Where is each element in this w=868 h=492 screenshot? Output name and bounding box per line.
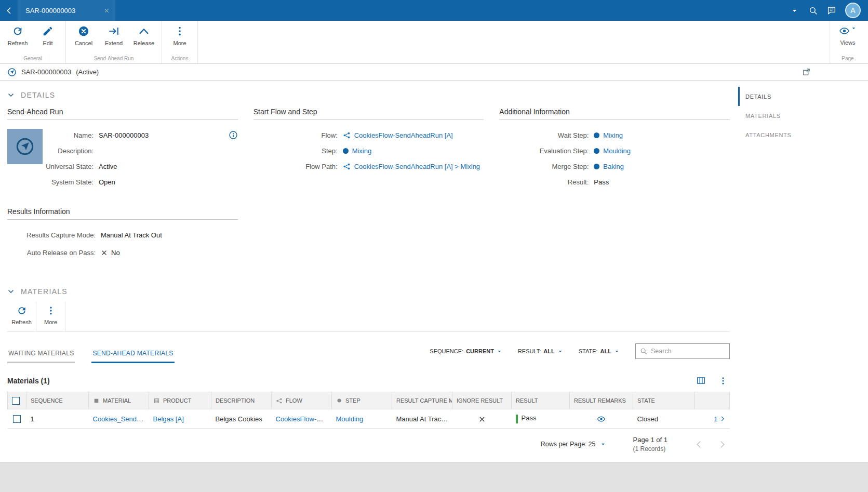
more-button[interactable]: More: [165, 23, 195, 54]
rows-per-page-selector[interactable]: Rows per Page: 25: [541, 441, 606, 448]
col-product[interactable]: PRODUCT: [149, 392, 211, 409]
caret-down-icon: [791, 7, 798, 15]
materials-count-title: Materials (1): [7, 377, 50, 385]
table-row[interactable]: 1 Cookies_SendAhea Belgas [A] Belgas Coo…: [8, 409, 730, 429]
sidebar-item-attachments[interactable]: ATTACHMENTS: [738, 125, 868, 144]
col-result[interactable]: RESULT: [512, 392, 570, 409]
materials-more-button[interactable]: More: [36, 302, 65, 331]
product-link[interactable]: Belgas [A]: [153, 415, 184, 423]
materials-section-header[interactable]: MATERIALS: [7, 287, 730, 296]
step-link[interactable]: Moulding: [336, 415, 364, 423]
auto-release-value: No: [111, 249, 120, 257]
materials-refresh-button[interactable]: Refresh: [7, 302, 36, 331]
view-remarks-button[interactable]: [597, 415, 606, 423]
cancel-button[interactable]: Cancel: [69, 23, 99, 54]
pagination: Rows per Page: 25 Page 1 of 1 (1 Records…: [7, 436, 730, 453]
back-button[interactable]: [0, 0, 18, 21]
topbar-dropdown-button[interactable]: [785, 0, 804, 21]
col-material[interactable]: MATERIAL: [89, 392, 149, 409]
ribbon-group-send-ahead-run: Cancel Extend Release Send-Ahead Run: [66, 21, 162, 63]
evaluation-step-link[interactable]: Moulding: [603, 147, 631, 155]
flow-link[interactable]: CookiesFlow-SendAheadRun [A]: [354, 131, 453, 139]
sidebar-item-materials[interactable]: MATERIALS: [738, 106, 868, 125]
tab-waiting-materials[interactable]: WAITING MATERIALS: [7, 350, 75, 363]
col-sequence[interactable]: SEQUENCE: [26, 392, 89, 409]
refresh-icon: [17, 305, 27, 316]
avatar[interactable]: A: [845, 3, 861, 18]
previous-page-button[interactable]: [695, 440, 703, 449]
result-filter[interactable]: RESULT: ALL: [518, 348, 563, 354]
results-information-group: Results Information Results Capture Mode…: [7, 207, 238, 260]
table-header-row: SEQUENCE MATERIAL PRODUCT DESCRIPTION FL…: [8, 392, 730, 409]
row-expand-link[interactable]: 1: [699, 415, 726, 423]
field-name: Name: SAR-000000003: [43, 127, 238, 143]
universal-state-value: Active: [99, 163, 238, 170]
field-evaluation-step: Evaluation Step: Moulding: [499, 143, 730, 158]
caret-down-icon: [497, 349, 502, 354]
wait-step-link[interactable]: Mixing: [603, 131, 623, 139]
compass-icon: [15, 137, 35, 156]
group-title: Send-Ahead Run: [7, 108, 238, 120]
field-step: Step: Mixing: [253, 143, 484, 158]
flow-icon: [343, 163, 351, 170]
manage-columns-button[interactable]: [696, 376, 706, 385]
pass-indicator-bar: [516, 415, 518, 423]
col-result-remarks[interactable]: RESULT REMARKS: [570, 392, 633, 409]
chevron-left-icon: [695, 440, 703, 449]
ribbon-group-actions: More Actions: [162, 21, 198, 63]
details-grid: Send-Ahead Run Name: SAR-000000003: [7, 108, 730, 190]
additional-information-group: Additional Information Wait Step: Mixing…: [499, 108, 730, 190]
tab-close-icon[interactable]: [104, 8, 110, 14]
sidebar-item-details[interactable]: DETAILS: [738, 87, 868, 106]
cell-state: Closed: [633, 409, 695, 429]
state-filter[interactable]: STATE: ALL: [579, 348, 620, 354]
details-section-header[interactable]: DETAILS: [7, 91, 730, 99]
chevron-right-icon: [718, 440, 727, 449]
chat-icon: [827, 6, 836, 15]
ribbon-toolbar: Refresh Edit General Cancel Extend: [0, 21, 868, 64]
open-in-new-icon: [802, 68, 811, 76]
section-nav: DETAILS MATERIALS ATTACHMENTS: [738, 81, 868, 462]
step-link[interactable]: Mixing: [352, 147, 372, 155]
grid-more-button[interactable]: [718, 376, 728, 385]
kebab-icon: [174, 25, 185, 37]
info-icon[interactable]: [229, 130, 238, 140]
col-result-capture-mode[interactable]: RESULT CAPTURE MODE: [392, 392, 452, 409]
send-ahead-run-group: Send-Ahead Run Name: SAR-000000003: [7, 108, 238, 190]
materials-toolbar: Refresh More: [7, 302, 730, 332]
extend-button[interactable]: Extend: [99, 23, 129, 54]
caret-down-icon: [614, 349, 620, 354]
refresh-button[interactable]: Refresh: [3, 23, 33, 54]
col-flow[interactable]: FLOW: [272, 392, 332, 409]
flow-link[interactable]: CookiesFlow-SendA: [276, 415, 332, 423]
topbar-messages-button[interactable]: [822, 0, 841, 21]
edit-button[interactable]: Edit: [33, 23, 63, 54]
name-value: SAR-000000003: [99, 131, 149, 139]
materials-filters: SEQUENCE: CURRENT RESULT: ALL STATE: ALL: [430, 343, 730, 363]
search-input[interactable]: [651, 348, 725, 355]
materials-search-box: [635, 343, 730, 359]
avatar-initial: A: [850, 6, 855, 15]
col-step[interactable]: STEP: [332, 392, 392, 409]
window-tab[interactable]: SAR-000000003: [18, 0, 115, 21]
chevron-right-icon: [719, 416, 726, 422]
col-description[interactable]: DESCRIPTION: [211, 392, 272, 409]
send-ahead-run-icon: [7, 68, 17, 77]
expand-view-button[interactable]: [802, 68, 811, 76]
select-all-checkbox[interactable]: [12, 397, 20, 405]
next-page-button[interactable]: [718, 440, 727, 449]
col-state[interactable]: STATE: [633, 392, 695, 409]
merge-step-link[interactable]: Baking: [603, 163, 624, 170]
release-button[interactable]: Release: [129, 23, 159, 54]
kebab-icon: [718, 376, 728, 385]
materials-tabs-row: WAITING MATERIALS SEND-AHEAD MATERIALS S…: [7, 343, 730, 363]
col-ignore-result[interactable]: IGNORE RESULT: [452, 392, 512, 409]
sequence-filter[interactable]: SEQUENCE: CURRENT: [430, 348, 502, 354]
views-button[interactable]: Views: [833, 23, 863, 54]
topbar-search-button[interactable]: [804, 0, 822, 21]
materials-grid-header: Materials (1): [7, 376, 730, 385]
flow-path-link[interactable]: CookiesFlow-SendAheadRun [A] > Mixing: [354, 163, 480, 170]
row-checkbox[interactable]: [13, 415, 21, 423]
tab-send-ahead-materials[interactable]: SEND-AHEAD MATERIALS: [91, 350, 174, 363]
material-link[interactable]: Cookies_SendAhea: [93, 415, 149, 423]
